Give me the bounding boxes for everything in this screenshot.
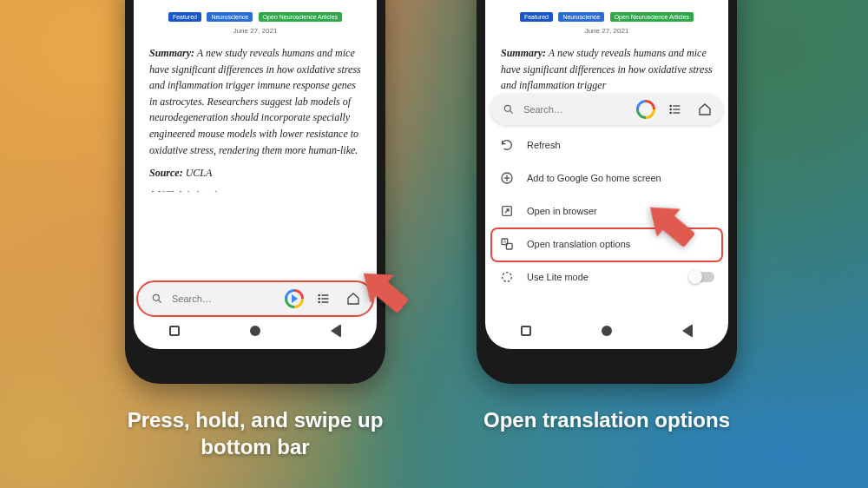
tag-open-articles[interactable]: Open Neuroscience Articles <box>610 12 694 22</box>
summary-text: A new study reveals humans and mice have… <box>149 47 361 156</box>
google-go-icon[interactable] <box>636 100 655 119</box>
article-date: June 27, 2021 <box>485 24 728 42</box>
tag-featured[interactable]: Featured <box>168 12 201 22</box>
caption-right: Open translation options <box>477 406 737 433</box>
translate-icon: A <box>499 236 515 252</box>
menu-item-refresh[interactable]: Refresh <box>485 129 728 162</box>
nav-back-icon[interactable] <box>682 324 693 338</box>
article-summary: Summary: A new study reveals humans and … <box>485 42 728 94</box>
svg-point-14 <box>670 109 671 109</box>
search-icon <box>499 100 518 119</box>
nav-back-icon[interactable] <box>331 324 341 338</box>
menu-label: Open translation options <box>527 239 630 249</box>
svg-point-13 <box>670 105 671 106</box>
tag-neuroscience[interactable]: Neuroscience <box>558 12 604 22</box>
nav-home-icon[interactable] <box>602 326 612 336</box>
article-next-line: A UCLA-led study… <box>134 180 377 192</box>
svg-point-23 <box>503 273 512 282</box>
phone-mockup-right: Research Featured Neuroscience Open Neur… <box>477 0 737 384</box>
lite-mode-toggle[interactable] <box>690 272 714 282</box>
nav-home-icon[interactable] <box>250 326 260 336</box>
svg-line-9 <box>510 111 513 114</box>
svg-point-6 <box>319 298 319 299</box>
menu-item-add-home[interactable]: Add to Google Go home screen <box>485 162 728 195</box>
source-value: UCLA <box>183 167 213 179</box>
tag-neuroscience[interactable]: Neuroscience <box>207 12 253 22</box>
bottom-bar[interactable]: Search… <box>139 283 372 314</box>
search-icon <box>148 289 167 308</box>
article-summary: Summary: A new study reveals humans and … <box>134 42 377 158</box>
summary-label: Summary: <box>149 47 194 59</box>
search-placeholder: Search… <box>523 104 563 115</box>
svg-point-0 <box>153 294 159 300</box>
tag-row: Featured Neuroscience Open Neuroscience … <box>134 7 377 24</box>
tag-featured[interactable]: Featured <box>520 12 553 22</box>
search-pill[interactable]: Search… <box>499 100 626 119</box>
source-label: Source: <box>149 167 183 179</box>
tag-row: Featured Neuroscience Open Neuroscience … <box>485 7 728 24</box>
list-icon[interactable] <box>666 100 685 119</box>
google-go-icon[interactable] <box>285 289 304 308</box>
menu-item-lite-mode[interactable]: Use Lite mode <box>485 260 728 293</box>
tag-open-articles[interactable]: Open Neuroscience Articles <box>259 12 342 22</box>
svg-point-8 <box>504 105 510 111</box>
android-nav-bar <box>485 320 728 342</box>
menu-label: Use Lite mode <box>527 272 589 282</box>
screen-right: Research Featured Neuroscience Open Neur… <box>485 0 728 349</box>
add-circle-icon <box>499 170 515 186</box>
article-title: Research <box>134 0 377 7</box>
caption-left: Press, hold, and swipe up bottom bar <box>125 406 385 460</box>
search-pill[interactable]: Search… <box>148 289 274 308</box>
nav-recents-icon[interactable] <box>521 326 531 336</box>
svg-point-7 <box>319 301 319 302</box>
article-source: Source: UCLA <box>134 158 377 180</box>
bottom-bar[interactable]: Search… <box>490 94 723 125</box>
summary-label: Summary: <box>501 47 546 59</box>
nav-recents-icon[interactable] <box>169 326 180 336</box>
open-external-icon <box>499 203 515 219</box>
article-date: June 27, 2021 <box>134 24 377 42</box>
list-icon[interactable] <box>314 289 333 308</box>
refresh-icon <box>499 137 515 153</box>
svg-point-5 <box>319 294 319 295</box>
phone-mockup-left: Research Featured Neuroscience Open Neur… <box>125 0 385 384</box>
android-nav-bar <box>134 320 377 342</box>
menu-label: Refresh <box>527 140 561 150</box>
article-title: Research <box>485 0 728 7</box>
lite-mode-icon <box>499 269 515 285</box>
svg-point-15 <box>670 112 671 113</box>
svg-line-1 <box>159 300 161 303</box>
menu-label: Add to Google Go home screen <box>527 173 661 183</box>
search-placeholder: Search… <box>172 293 212 304</box>
menu-label: Open in browser <box>527 206 597 216</box>
home-icon[interactable] <box>695 100 714 119</box>
screen-left: Research Featured Neuroscience Open Neur… <box>134 0 377 349</box>
